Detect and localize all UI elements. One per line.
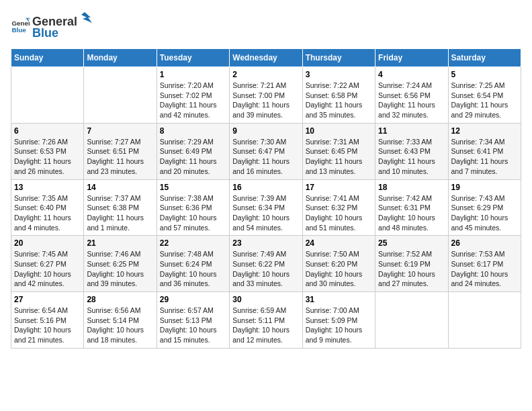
calendar-day-cell: [84, 67, 157, 124]
day-info: Sunrise: 7:21 AM Sunset: 7:00 PM Dayligh…: [232, 81, 299, 120]
calendar-day-cell: 28Sunrise: 6:56 AM Sunset: 5:14 PM Dayli…: [84, 292, 157, 349]
day-info: Sunrise: 7:31 AM Sunset: 6:45 PM Dayligh…: [306, 137, 372, 177]
logo-text: General Blue: [32, 11, 92, 40]
calendar-day-cell: 27Sunrise: 6:54 AM Sunset: 5:16 PM Dayli…: [11, 292, 84, 349]
day-info: Sunrise: 7:50 AM Sunset: 6:20 PM Dayligh…: [306, 249, 372, 289]
calendar-day-cell: 8Sunrise: 7:29 AM Sunset: 6:49 PM Daylig…: [157, 123, 229, 179]
calendar-day-cell: 24Sunrise: 7:50 AM Sunset: 6:20 PM Dayli…: [302, 236, 375, 292]
weekday-header-friday: Friday: [375, 49, 448, 67]
day-number: 1: [160, 70, 226, 79]
weekday-header-saturday: Saturday: [448, 49, 521, 67]
calendar-day-cell: [448, 292, 521, 349]
day-number: 27: [14, 295, 81, 304]
day-number: 13: [14, 183, 81, 192]
calendar-week-row: 20Sunrise: 7:45 AM Sunset: 6:27 PM Dayli…: [11, 236, 521, 292]
page-header: General Blue General Blue: [11, 11, 521, 40]
day-info: Sunrise: 7:52 AM Sunset: 6:19 PM Dayligh…: [378, 249, 445, 289]
weekday-header-thursday: Thursday: [302, 49, 375, 67]
logo-icon: General Blue: [11, 16, 30, 35]
day-info: Sunrise: 7:35 AM Sunset: 6:40 PM Dayligh…: [14, 193, 81, 233]
day-number: 22: [160, 238, 226, 248]
day-number: 17: [306, 183, 372, 192]
weekday-header-sunday: Sunday: [11, 49, 84, 67]
calendar-day-cell: 20Sunrise: 7:45 AM Sunset: 6:27 PM Dayli…: [11, 236, 84, 292]
day-info: Sunrise: 7:37 AM Sunset: 6:38 PM Dayligh…: [87, 193, 153, 233]
day-info: Sunrise: 7:42 AM Sunset: 6:31 PM Dayligh…: [378, 193, 445, 233]
day-number: 12: [451, 126, 518, 136]
day-number: 3: [306, 70, 372, 79]
calendar-day-cell: 25Sunrise: 7:52 AM Sunset: 6:19 PM Dayli…: [375, 236, 448, 292]
day-info: Sunrise: 7:24 AM Sunset: 6:56 PM Dayligh…: [378, 81, 445, 120]
calendar-day-cell: 26Sunrise: 7:53 AM Sunset: 6:17 PM Dayli…: [448, 236, 521, 292]
calendar-day-cell: 21Sunrise: 7:46 AM Sunset: 6:25 PM Dayli…: [84, 236, 157, 292]
day-info: Sunrise: 7:38 AM Sunset: 6:36 PM Dayligh…: [160, 193, 226, 233]
calendar-day-cell: 12Sunrise: 7:34 AM Sunset: 6:41 PM Dayli…: [448, 123, 521, 179]
day-number: 29: [160, 295, 226, 304]
day-info: Sunrise: 7:34 AM Sunset: 6:41 PM Dayligh…: [451, 137, 518, 177]
calendar-day-cell: 15Sunrise: 7:38 AM Sunset: 6:36 PM Dayli…: [157, 179, 229, 236]
day-info: Sunrise: 7:43 AM Sunset: 6:29 PM Dayligh…: [451, 193, 518, 233]
calendar-day-cell: 23Sunrise: 7:49 AM Sunset: 6:22 PM Dayli…: [230, 236, 302, 292]
logo-bird-icon: [77, 11, 92, 26]
day-info: Sunrise: 7:26 AM Sunset: 6:53 PM Dayligh…: [14, 137, 81, 177]
day-number: 24: [306, 238, 372, 248]
calendar-day-cell: 29Sunrise: 6:57 AM Sunset: 5:13 PM Dayli…: [157, 292, 229, 349]
day-number: 2: [232, 70, 299, 79]
day-info: Sunrise: 6:59 AM Sunset: 5:11 PM Dayligh…: [232, 306, 299, 345]
day-number: 26: [451, 238, 518, 248]
svg-marker-4: [81, 12, 92, 23]
day-info: Sunrise: 7:30 AM Sunset: 6:47 PM Dayligh…: [232, 137, 299, 177]
weekday-header-tuesday: Tuesday: [157, 49, 229, 67]
calendar-day-cell: 18Sunrise: 7:42 AM Sunset: 6:31 PM Dayli…: [375, 179, 448, 236]
day-info: Sunrise: 7:39 AM Sunset: 6:34 PM Dayligh…: [232, 193, 299, 233]
day-info: Sunrise: 6:56 AM Sunset: 5:14 PM Dayligh…: [87, 306, 153, 345]
day-number: 31: [306, 295, 372, 304]
day-info: Sunrise: 7:00 AM Sunset: 5:09 PM Dayligh…: [306, 306, 372, 345]
calendar-day-cell: [11, 67, 84, 124]
svg-text:Blue: Blue: [11, 26, 26, 34]
day-info: Sunrise: 7:48 AM Sunset: 6:24 PM Dayligh…: [160, 249, 226, 289]
calendar-day-cell: 4Sunrise: 7:24 AM Sunset: 6:56 PM Daylig…: [375, 67, 448, 124]
calendar-day-cell: 3Sunrise: 7:22 AM Sunset: 6:58 PM Daylig…: [302, 67, 375, 124]
calendar-day-cell: 7Sunrise: 7:27 AM Sunset: 6:51 PM Daylig…: [84, 123, 157, 179]
day-number: 7: [87, 126, 153, 136]
day-number: 8: [160, 126, 226, 136]
day-number: 14: [87, 183, 153, 192]
day-info: Sunrise: 7:33 AM Sunset: 6:43 PM Dayligh…: [378, 137, 445, 177]
day-number: 11: [378, 126, 445, 136]
day-info: Sunrise: 7:46 AM Sunset: 6:25 PM Dayligh…: [87, 249, 153, 289]
calendar-day-cell: 10Sunrise: 7:31 AM Sunset: 6:45 PM Dayli…: [302, 123, 375, 179]
day-info: Sunrise: 7:20 AM Sunset: 7:02 PM Dayligh…: [160, 81, 226, 120]
day-info: Sunrise: 6:57 AM Sunset: 5:13 PM Dayligh…: [160, 306, 226, 345]
day-info: Sunrise: 7:53 AM Sunset: 6:17 PM Dayligh…: [451, 249, 518, 289]
calendar-week-row: 27Sunrise: 6:54 AM Sunset: 5:16 PM Dayli…: [11, 292, 521, 349]
calendar-day-cell: 1Sunrise: 7:20 AM Sunset: 7:02 PM Daylig…: [157, 67, 229, 124]
day-info: Sunrise: 7:29 AM Sunset: 6:49 PM Dayligh…: [160, 137, 226, 177]
day-number: 6: [14, 126, 81, 136]
calendar-week-row: 6Sunrise: 7:26 AM Sunset: 6:53 PM Daylig…: [11, 123, 521, 179]
calendar-table: SundayMondayTuesdayWednesdayThursdayFrid…: [11, 48, 521, 349]
calendar-day-cell: 30Sunrise: 6:59 AM Sunset: 5:11 PM Dayli…: [230, 292, 302, 349]
day-info: Sunrise: 7:49 AM Sunset: 6:22 PM Dayligh…: [232, 249, 299, 289]
calendar-day-cell: [375, 292, 448, 349]
day-number: 21: [87, 238, 153, 248]
calendar-day-cell: 5Sunrise: 7:25 AM Sunset: 6:54 PM Daylig…: [448, 67, 521, 124]
day-number: 10: [306, 126, 372, 136]
day-number: 18: [378, 183, 445, 192]
calendar-week-row: 13Sunrise: 7:35 AM Sunset: 6:40 PM Dayli…: [11, 179, 521, 236]
calendar-day-cell: 9Sunrise: 7:30 AM Sunset: 6:47 PM Daylig…: [230, 123, 302, 179]
calendar-day-cell: 13Sunrise: 7:35 AM Sunset: 6:40 PM Dayli…: [11, 179, 84, 236]
day-info: Sunrise: 7:25 AM Sunset: 6:54 PM Dayligh…: [451, 81, 518, 120]
day-number: 20: [14, 238, 81, 248]
day-info: Sunrise: 7:27 AM Sunset: 6:51 PM Dayligh…: [87, 137, 153, 177]
day-number: 16: [232, 183, 299, 192]
logo: General Blue General Blue: [11, 11, 92, 40]
day-number: 15: [160, 183, 226, 192]
weekday-header-wednesday: Wednesday: [230, 49, 302, 67]
calendar-day-cell: 22Sunrise: 7:48 AM Sunset: 6:24 PM Dayli…: [157, 236, 229, 292]
calendar-week-row: 1Sunrise: 7:20 AM Sunset: 7:02 PM Daylig…: [11, 67, 521, 124]
day-number: 5: [451, 70, 518, 79]
day-number: 28: [87, 295, 153, 304]
day-number: 19: [451, 183, 518, 192]
day-info: Sunrise: 6:54 AM Sunset: 5:16 PM Dayligh…: [14, 306, 81, 345]
